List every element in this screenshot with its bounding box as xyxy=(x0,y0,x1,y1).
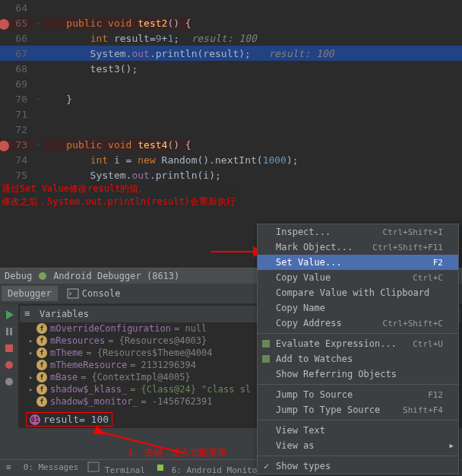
annotation-text: 通过Set Value修改result的值。 xyxy=(2,182,236,195)
line-number[interactable]: 72 xyxy=(0,124,33,135)
line-number[interactable]: 64 xyxy=(0,2,33,14)
code-content: public void test2() { xyxy=(43,17,191,29)
code-line[interactable]: 65- public void test2() { xyxy=(0,15,462,30)
menu-label: Show Referring Objects xyxy=(276,369,397,379)
var-name: mOverrideConfiguration xyxy=(50,323,171,334)
code-content: } xyxy=(43,94,72,105)
svg-rect-17 xyxy=(262,340,270,347)
menu-separator xyxy=(258,455,458,456)
menu-item[interactable]: Compare Value with Clipboard xyxy=(258,285,458,300)
code-line[interactable]: 74 int i = new Random().nextInt(1000); xyxy=(0,152,462,167)
code-editor[interactable]: 6465- public void test2() {66 int result… xyxy=(0,0,462,182)
line-number[interactable]: 68 xyxy=(0,63,33,75)
line-number[interactable]: 66 xyxy=(0,33,33,44)
menu-item[interactable]: ✓Show types xyxy=(258,459,458,474)
line-number[interactable]: 67 xyxy=(0,48,33,59)
menu-item[interactable]: View as▶ xyxy=(258,438,458,453)
field-icon: f xyxy=(36,347,47,358)
line-number[interactable]: 74 xyxy=(0,154,33,166)
result-variable[interactable]: 01 result = 100 xyxy=(26,412,112,427)
menu-item[interactable]: Show Referring Objects xyxy=(258,367,458,382)
code-content: test3(); xyxy=(43,63,138,75)
menu-label: Copy Name xyxy=(276,303,325,313)
stop-icon[interactable] xyxy=(3,342,15,354)
menu-item[interactable]: View Text xyxy=(258,423,458,438)
code-line[interactable]: 64 xyxy=(0,0,462,15)
menu-label: Copy Address xyxy=(276,318,342,328)
code-line[interactable]: 69 xyxy=(0,76,462,91)
svg-rect-10 xyxy=(6,328,8,335)
line-number[interactable]: 65 xyxy=(0,17,33,29)
svg-rect-20 xyxy=(157,465,163,471)
menu-shortcut: Shift+F4 xyxy=(403,405,443,415)
menu-label: Add to Watches xyxy=(276,354,353,364)
fold-icon[interactable]: - xyxy=(33,95,43,103)
code-line[interactable]: 73- public void test4() { xyxy=(0,137,462,152)
svg-point-14 xyxy=(5,378,13,386)
line-number[interactable]: 71 xyxy=(0,109,33,120)
expand-icon[interactable]: ▸ xyxy=(29,349,36,357)
mute-breakpoints-icon[interactable] xyxy=(3,376,15,388)
var-value: = 2131296394 xyxy=(130,360,196,370)
status-messages[interactable]: ≡ 0: Messages xyxy=(6,462,78,474)
expand-icon[interactable]: ▸ xyxy=(29,337,36,344)
menu-shortcut: Ctrl+U xyxy=(413,339,443,349)
fold-icon[interactable]: - xyxy=(33,19,43,27)
menu-shortcut: F12 xyxy=(428,390,443,400)
menu-item[interactable]: Copy AddressCtrl+Shift+C xyxy=(258,316,458,331)
context-menu: Inspect...Ctrl+Shift+IMark Object...Ctrl… xyxy=(257,224,459,474)
var-value: = {Class@24} "class sl xyxy=(130,384,251,395)
glasses-icon xyxy=(261,354,271,364)
menu-shortcut: Ctrl+C xyxy=(413,273,443,283)
code-line[interactable]: 68 test3(); xyxy=(0,61,462,76)
check-icon: ✓ xyxy=(264,461,269,471)
var-value: = 100 xyxy=(79,414,109,425)
status-terminal[interactable]: Terminal xyxy=(87,461,145,475)
menu-item[interactable]: Evaluate Expression...Ctrl+U xyxy=(258,336,458,351)
tab-debugger[interactable]: Debugger xyxy=(2,286,58,301)
code-line[interactable]: 70- } xyxy=(0,91,462,106)
breakpoint-icon[interactable] xyxy=(0,141,9,151)
annotation-top: 通过Set Value修改result的值。 修改之后，System.out.p… xyxy=(2,182,236,208)
code-content: System.out.println(i); xyxy=(43,170,221,181)
expand-icon[interactable]: ▸ xyxy=(29,373,36,381)
menu-item[interactable]: Jump To SourceF12 xyxy=(258,387,458,402)
menu-item[interactable]: Add to Watches xyxy=(258,351,458,367)
menu-item[interactable]: Inspect...Ctrl+Shift+I xyxy=(258,224,458,240)
code-line[interactable]: 67 System.out.println(result); result: 1… xyxy=(0,46,462,61)
status-android[interactable]: 6: Android Monitor xyxy=(154,461,262,475)
breakpoint-icon[interactable] xyxy=(0,19,9,30)
svg-point-2 xyxy=(39,272,46,280)
fold-icon[interactable]: - xyxy=(33,141,43,148)
code-line[interactable]: 66 int result=9+1; result: 100 xyxy=(0,30,462,46)
annotation-text: 修改之后，System.out.println(result)会重新执行 xyxy=(2,195,236,208)
svg-marker-9 xyxy=(6,310,14,319)
menu-shortcut: Ctrl+Shift+I xyxy=(383,227,443,237)
line-number[interactable]: 73 xyxy=(0,139,33,151)
debug-subtitle: Android Debugger (8613) xyxy=(53,271,179,281)
code-line[interactable]: 71 xyxy=(0,106,462,122)
menu-separator xyxy=(258,333,458,334)
menu-shortcut: Ctrl+Shift+F11 xyxy=(372,243,443,252)
line-number[interactable]: 75 xyxy=(0,170,33,181)
line-number[interactable]: 69 xyxy=(0,78,33,90)
view-breakpoints-icon[interactable] xyxy=(3,359,15,371)
expand-icon[interactable]: ▸ xyxy=(29,386,36,393)
menu-item[interactable]: Set Value...F2 xyxy=(258,255,458,270)
console-icon xyxy=(67,287,79,300)
menu-label: View as xyxy=(276,440,315,451)
code-line[interactable]: 72 xyxy=(0,122,462,137)
tab-console[interactable]: Console xyxy=(61,285,127,302)
menu-item[interactable]: Mark Object...Ctrl+Shift+F11 xyxy=(258,240,458,255)
menu-item[interactable]: Copy Name xyxy=(258,300,458,316)
menu-item[interactable]: Copy ValueCtrl+C xyxy=(258,270,458,285)
line-number[interactable]: 70 xyxy=(0,94,33,105)
pause-icon[interactable] xyxy=(3,325,15,338)
menu-label: Compare Value with Clipboard xyxy=(276,287,429,298)
svg-marker-16 xyxy=(93,426,105,435)
code-line[interactable]: 75 System.out.println(i); xyxy=(0,167,462,182)
resume-icon[interactable] xyxy=(3,309,15,321)
var-name: shadow$_monitor_ xyxy=(50,396,138,407)
menu-label: Inspect... xyxy=(276,227,331,237)
menu-item[interactable]: Jump To Type SourceShift+F4 xyxy=(258,402,458,417)
